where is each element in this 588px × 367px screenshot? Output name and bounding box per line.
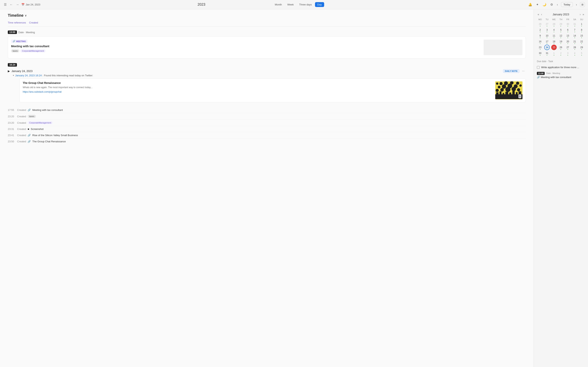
cal-day[interactable]: 2 [558,50,563,56]
day-header-su: SU [578,18,585,21]
cal-day[interactable]: 19 [558,39,563,44]
menu-button[interactable]: ☰ [3,2,7,7]
entry-created-label: Created [17,108,26,111]
view-day[interactable]: Day [315,2,324,7]
mini-cal-prev-button[interactable]: ‹ [540,12,543,16]
sidebar-task-meta-text: Due date · Task [537,60,553,63]
nav-prev-button[interactable]: ‹ [556,2,559,7]
cal-day[interactable]: 1 [579,21,584,27]
cal-day[interactable]: 26 [558,45,563,50]
cal-day[interactable]: 30 [565,21,571,27]
mini-cal-prev-prev-button[interactable]: « [537,12,540,16]
nav-next-button[interactable]: › [575,2,578,7]
cal-day[interactable]: 29 [558,21,563,27]
forward-button[interactable]: → [15,2,20,7]
embedded-card-content: The Group Chat Renaissance Whats old is … [23,81,493,100]
svg-point-11 [496,89,499,92]
layout-toggle-button[interactable]: ⊞ [580,2,585,7]
mini-cal-next-next-button[interactable]: » [582,12,585,16]
cal-day[interactable]: 20 [565,39,571,44]
day-header-th: TH [558,18,564,21]
cal-day[interactable]: 4 [572,50,578,56]
cal-day[interactable]: 28 [551,21,557,27]
cal-day[interactable]: 18 [551,39,557,44]
cal-day[interactable]: 31 [572,21,578,27]
cal-day[interactable]: 4 [551,27,557,33]
cal-day[interactable]: 6 [565,27,571,33]
cal-day[interactable]: 8 [579,27,584,33]
cal-day[interactable]: 27 [565,45,571,50]
settings-icon[interactable]: ⚙ [550,2,554,7]
view-month[interactable]: Month [272,2,284,7]
cal-day[interactable]: 30 [537,50,543,56]
back-button[interactable]: ← [9,2,14,7]
cal-day[interactable]: 15 [579,33,584,38]
cal-day[interactable]: 3 [544,27,550,33]
sidebar-task-row[interactable]: Write application for three more ... [537,66,585,69]
list-item: 23:20 Created CorporateManagement [8,120,526,126]
time-section-16: 16:24 ▶ January 24, 2023 DAILY NOTE ··· [8,63,526,144]
entry-created-label: Created [17,115,26,118]
cal-day[interactable]: 28 [572,45,578,50]
cal-day[interactable]: 2 [537,27,543,33]
filter-time-references[interactable]: Time references [8,21,26,25]
time-meta-13: Date · Meeting [18,31,35,34]
entry-tag-taxes[interactable]: taxes [28,115,36,118]
embedded-card-link[interactable]: https://anu.substack.com/p/groupchat [23,91,61,93]
entry-time: 23:50 [8,140,16,143]
sub-entry-link[interactable]: January 24, 2023 16:24 [15,74,42,77]
mini-cal-header: « ‹ January 2023 › » [537,12,585,16]
filter-created[interactable]: Created [29,21,38,25]
notify-icon[interactable]: 🔔 [527,2,533,7]
meeting-card[interactable]: 🔗 MEETING Meeting with tax consultant ta… [8,36,526,58]
cal-day-selected[interactable]: 25 [551,45,557,50]
more-options-button[interactable]: ··· [521,69,526,73]
daily-note-header: ▶ January 24, 2023 DAILY NOTE ··· [8,69,526,73]
cal-day[interactable]: 5 [558,27,563,33]
mini-cal-next-button[interactable]: › [579,12,582,16]
cal-day[interactable]: 31 [544,50,550,56]
daily-note-title[interactable]: ▶ January 24, 2023 [8,69,33,73]
entry-link-icon: 🔗 [28,140,31,143]
entry-screenshot-icon: ■ [28,128,29,131]
task-checkbox[interactable] [537,66,540,69]
mini-cal-nav-left: « ‹ [537,12,543,16]
cal-day[interactable]: 3 [565,50,571,56]
sparkle-icon[interactable]: ✦ [535,2,539,7]
view-three-days[interactable]: Three days [297,2,314,7]
cal-day[interactable]: 7 [572,27,578,33]
view-week[interactable]: Week [285,2,296,7]
topbar-center: 2023 Month Week Three days Day [198,2,390,7]
day-header-tu: TU [544,18,551,21]
svg-rect-22 [512,91,515,95]
timeline-title[interactable]: Timeline ∨ [8,13,27,18]
cal-day[interactable]: 23 [537,45,543,50]
cal-day[interactable]: 5 [579,50,584,56]
cal-day[interactable]: 1 [551,50,557,56]
cal-day[interactable]: 17 [544,39,550,44]
tag-corporate[interactable]: CorporateManagement [20,49,45,52]
cal-day[interactable]: 26 [537,21,543,27]
cal-day[interactable]: 9 [537,33,543,38]
cal-day[interactable]: 16 [537,39,543,44]
tag-taxes[interactable]: taxes [11,49,19,52]
svg-rect-19 [503,93,504,95]
cal-day[interactable]: 10 [544,33,550,38]
cal-day[interactable]: 21 [572,39,578,44]
cal-day-today[interactable]: 24 [544,45,550,50]
view-switcher: Month Week Three days Day [206,2,390,7]
topbar-date-text: Jan 24, 2023 [26,3,40,6]
copy-button[interactable]: ⧉ [519,94,521,98]
cal-day[interactable]: 29 [579,45,584,50]
time-section-16-header: 16:24 [8,63,526,67]
cal-day[interactable]: 11 [551,33,557,38]
cal-day[interactable]: 27 [544,21,550,27]
moon-icon[interactable]: 🌙 [542,2,547,7]
cal-day[interactable]: 12 [558,33,563,38]
sidebar-meeting-name: Meeting with tax consultant [541,76,571,79]
entry-tag-corporate[interactable]: CorporateManagement [28,121,53,124]
cal-day[interactable]: 14 [572,33,578,38]
cal-day[interactable]: 13 [565,33,571,38]
nav-today-button[interactable]: Today [561,2,573,7]
cal-day[interactable]: 22 [579,39,584,44]
